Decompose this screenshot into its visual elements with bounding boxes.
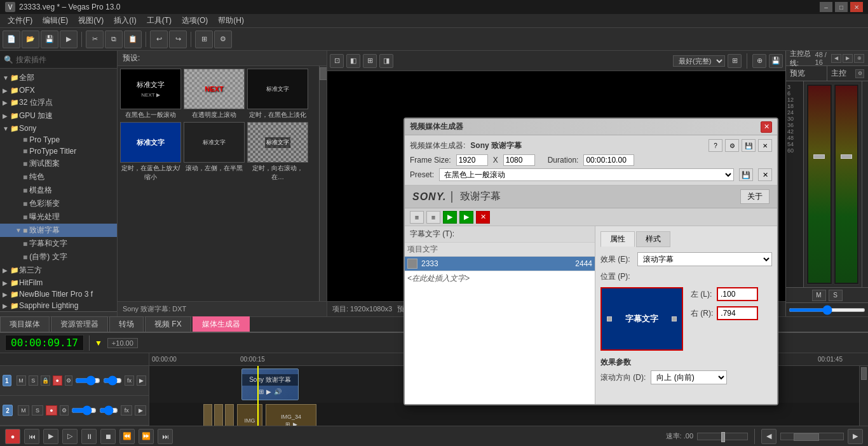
preset-save-btn[interactable]: 💾: [739, 168, 753, 181]
scroll-dir-select[interactable]: 向上 (向前): [651, 370, 727, 384]
tree-item-checkerboard[interactable]: ■ 棋盘格: [0, 184, 117, 197]
about-btn[interactable]: 关于: [740, 189, 770, 204]
tab-project-media[interactable]: 项目媒体: [0, 316, 50, 332]
frame-height-input[interactable]: [503, 154, 535, 166]
tab-media-generator[interactable]: 媒体生成器: [193, 316, 250, 332]
track-2-pan[interactable]: [99, 408, 118, 413]
preset-item-1[interactable]: 标准文字 NEXT ▶ 在黑色上一般滚动: [120, 69, 181, 119]
transport-pause[interactable]: ⏸: [81, 429, 97, 444]
transport-prev[interactable]: ⏪: [119, 429, 135, 444]
preset-select[interactable]: 在黑色上一般滚动: [439, 168, 734, 181]
dialog-tool-btn-4[interactable]: ✕: [758, 139, 772, 152]
hscroll-left[interactable]: ◀: [761, 429, 776, 444]
track-1-settings[interactable]: ⚙: [65, 375, 72, 386]
preview-btn-1[interactable]: ⊡: [330, 54, 344, 68]
track-1-volume[interactable]: [75, 378, 100, 383]
tab-style[interactable]: 样式: [636, 231, 670, 247]
tree-item-protype-full[interactable]: ■ ProType Titler: [0, 145, 117, 157]
preset-del-btn[interactable]: ✕: [758, 168, 772, 181]
track-2-record[interactable]: ●: [46, 405, 57, 416]
menu-edit[interactable]: 编辑(E): [37, 14, 73, 27]
track-1-pan[interactable]: [103, 378, 122, 383]
credits-toolbar-btn-4[interactable]: ▶: [459, 211, 473, 224]
frame-width-input[interactable]: [456, 154, 488, 166]
tree-item-testpattern[interactable]: ■ 测试图案: [0, 157, 117, 170]
credits-toolbar-btn-5[interactable]: ✕: [476, 211, 490, 224]
track-2-mute[interactable]: M: [18, 405, 29, 416]
transport-play[interactable]: ▶: [43, 429, 58, 444]
track-1-solo[interactable]: S: [29, 375, 38, 386]
effect-select[interactable]: 滚动字幕: [637, 252, 772, 266]
tree-item-thirdparty[interactable]: ▶ 📁 第三方: [0, 264, 117, 277]
menu-options[interactable]: 选项(O): [177, 14, 213, 27]
tree-item-builtin-text[interactable]: ■ (自带) 文字: [0, 250, 117, 264]
search-input[interactable]: [16, 55, 113, 64]
quality-select[interactable]: 最好(完整): [673, 55, 725, 67]
tree-item-ofx[interactable]: ▶ 📁 OFX: [0, 84, 117, 96]
track-2-settings[interactable]: ⚙: [60, 405, 69, 416]
open-button[interactable]: 📂: [22, 30, 39, 48]
track-2-clip-fx[interactable]: ▶: [135, 405, 146, 416]
menu-file[interactable]: 文件(F): [3, 14, 37, 27]
transport-next[interactable]: ⏩: [139, 429, 154, 444]
dialog-tool-btn-2[interactable]: ⚙: [725, 139, 739, 152]
tree-item-sony[interactable]: ▼ 📁 Sony: [0, 123, 117, 134]
fader-thumb-2[interactable]: [841, 154, 852, 159]
mixer-btn-3[interactable]: ⊕: [854, 54, 864, 63]
track-1-clip-credits[interactable]: Sony 致谢字幕 ⊞ ▶ 🔊: [241, 368, 299, 400]
save-button[interactable]: 💾: [41, 30, 58, 48]
duration-input[interactable]: [583, 154, 634, 166]
mixer-ctrl-btn-1[interactable]: M: [812, 290, 826, 301]
tab-properties[interactable]: 属性: [600, 231, 635, 247]
preview-btn-4[interactable]: ◨: [379, 54, 393, 68]
tree-item-hitfilm[interactable]: ▶ 📁 HitFilm: [0, 277, 117, 288]
hscroll-thumb[interactable]: [794, 433, 819, 441]
tree-item-gradient[interactable]: ■ 色彩渐变: [0, 197, 117, 210]
tree-item-titlestext[interactable]: ■ 字幕和文字: [0, 237, 117, 250]
track-2-clip-2[interactable]: [214, 404, 223, 426]
menu-tools[interactable]: 工具(T): [142, 14, 177, 27]
tab-transitions[interactable]: 转场: [109, 316, 144, 332]
track-1-record[interactable]: ●: [53, 375, 62, 386]
main-btn[interactable]: ⚙: [855, 69, 864, 78]
transport-stop[interactable]: ⏹: [100, 429, 116, 444]
preview-handle-left[interactable]: [607, 316, 612, 321]
media-generator-dialog[interactable]: 视频媒体生成器 ✕ 视频媒体生成器: Sony 致谢字幕 ? ⚙ 💾 ✕ Fra…: [403, 118, 778, 405]
menu-insert[interactable]: 插入(I): [109, 14, 141, 27]
speed-slider-thumb[interactable]: [721, 432, 725, 442]
tree-item-gpu[interactable]: ▶ 📁 GPU 加速: [0, 109, 117, 123]
track-1-fx[interactable]: fx: [125, 375, 134, 386]
timeline-vscroll[interactable]: [859, 366, 868, 426]
tab-video-fx[interactable]: 视频 FX: [145, 316, 191, 332]
dialog-close-btn[interactable]: ✕: [761, 121, 772, 133]
undo-button[interactable]: ↩: [150, 30, 168, 48]
track-2-solo[interactable]: S: [32, 405, 43, 416]
hscroll-right[interactable]: ▶: [848, 429, 863, 444]
restore-button[interactable]: □: [835, 2, 848, 12]
track-2-clip-img34[interactable]: IMG_34 ⊞ ▶: [266, 404, 316, 426]
track-2-clip-3[interactable]: [225, 404, 234, 426]
tree-item-solid[interactable]: ■ 纯色: [0, 170, 117, 184]
tree-item-protype[interactable]: ■ Pro Type: [0, 134, 117, 145]
preset-item-6[interactable]: 标准文字 定时，向右滚动，在…: [247, 122, 308, 182]
preview-btn-2[interactable]: ◧: [346, 54, 360, 68]
transport-play-alt[interactable]: ▷: [62, 429, 78, 444]
tree-item-exposure[interactable]: ■ 曝光处理: [0, 210, 117, 224]
preset-item-2[interactable]: NEXT 在透明度上滚动: [184, 69, 245, 119]
preview-grid-btn[interactable]: ⊞: [728, 54, 742, 68]
preset-item-3[interactable]: 标准文字 定时，在黑色上淡化: [247, 69, 308, 119]
track-2-volume[interactable]: [71, 408, 97, 413]
menu-help[interactable]: 帮助(H): [213, 14, 249, 27]
credits-toolbar-btn-2[interactable]: ≡: [426, 211, 440, 224]
right-input[interactable]: [717, 306, 758, 320]
mixer-btn-2[interactable]: ▶: [843, 54, 853, 63]
new-button[interactable]: 📄: [3, 30, 20, 48]
fader-thumb-1[interactable]: [813, 154, 825, 159]
preset-scrollbar[interactable]: [319, 66, 327, 301]
credits-toolbar-btn-3[interactable]: ▶: [443, 211, 457, 224]
left-input[interactable]: [717, 287, 758, 301]
tree-item-32bit[interactable]: ▶ 📁 32 位浮点: [0, 96, 117, 109]
mixer-ctrl-btn-2[interactable]: S: [829, 290, 843, 301]
credits-toolbar-btn-1[interactable]: ≡: [410, 211, 424, 224]
cut-button[interactable]: ✂: [86, 30, 104, 48]
